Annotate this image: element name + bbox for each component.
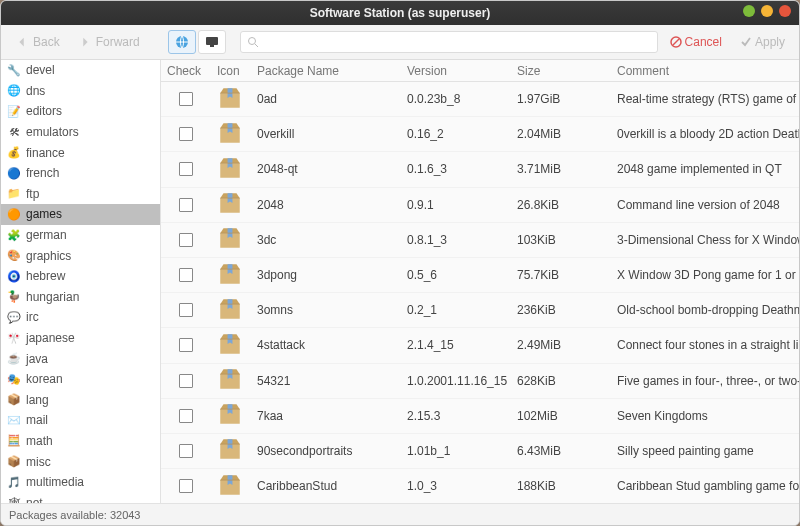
globe-icon (174, 34, 190, 50)
filter-buttons (168, 30, 226, 54)
package-icon (217, 120, 243, 146)
apply-label: Apply (755, 35, 785, 49)
sidebar-item-irc[interactable]: 💬irc (1, 307, 160, 328)
package-version: 0.1.6_3 (401, 162, 511, 176)
forward-label: Forward (96, 35, 140, 49)
cancel-icon (670, 36, 682, 48)
col-icon[interactable]: Icon (211, 64, 251, 78)
table-row[interactable]: 3dc0.8.1_3103KiB3-Dimensional Chess for … (161, 223, 799, 258)
sidebar-item-editors[interactable]: 📝editors (1, 101, 160, 122)
table-row[interactable]: 90secondportraits1.01b_16.43MiBSilly spe… (161, 434, 799, 469)
sidebar-item-games[interactable]: 🟠games (1, 204, 160, 225)
category-sidebar[interactable]: 🔧devel🌐dns📝editors🛠emulators💰finance🔵fre… (1, 60, 161, 503)
sidebar-item-misc[interactable]: 📦misc (1, 451, 160, 472)
package-icon (217, 261, 243, 287)
table-row[interactable]: 7kaa2.15.3102MiBSeven Kingdoms (161, 399, 799, 434)
sidebar-item-dns[interactable]: 🌐dns (1, 81, 160, 102)
search-input[interactable] (240, 31, 658, 53)
col-check[interactable]: Check (161, 64, 211, 78)
package-comment: 3-Dimensional Chess for X Window S (611, 233, 799, 247)
svg-rect-2 (210, 45, 214, 47)
filter-installed-button[interactable] (198, 30, 226, 54)
forward-button[interactable]: Forward (72, 32, 146, 52)
table-row[interactable]: 2048-qt0.1.6_33.71MiB2048 game implement… (161, 152, 799, 187)
package-icon (217, 225, 243, 251)
table-row[interactable]: 0ad0.0.23b_81.97GiBReal-time strategy (R… (161, 82, 799, 117)
row-checkbox[interactable] (179, 198, 193, 212)
sidebar-item-mail[interactable]: ✉️mail (1, 410, 160, 431)
cancel-button[interactable]: Cancel (664, 32, 728, 52)
row-checkbox[interactable] (179, 303, 193, 317)
category-icon: 💰 (7, 146, 21, 160)
back-button[interactable]: Back (9, 32, 66, 52)
apply-button[interactable]: Apply (734, 32, 791, 52)
row-checkbox[interactable] (179, 162, 193, 176)
col-size[interactable]: Size (511, 64, 611, 78)
table-row[interactable]: 3dpong0.5_675.7KiBX Window 3D Pong game … (161, 258, 799, 293)
package-list[interactable]: 0ad0.0.23b_81.97GiBReal-time strategy (R… (161, 82, 799, 503)
package-size: 102MiB (511, 409, 611, 423)
body: 🔧devel🌐dns📝editors🛠emulators💰finance🔵fre… (1, 60, 799, 503)
package-name: 3dpong (251, 268, 401, 282)
sidebar-item-lang[interactable]: 📦lang (1, 390, 160, 411)
col-comment[interactable]: Comment (611, 64, 799, 78)
sidebar-item-java[interactable]: ☕java (1, 348, 160, 369)
row-checkbox[interactable] (179, 479, 193, 493)
col-version[interactable]: Version (401, 64, 511, 78)
category-icon: 📝 (7, 104, 21, 118)
package-size: 2.49MiB (511, 338, 611, 352)
col-name[interactable]: Package Name (251, 64, 401, 78)
row-checkbox[interactable] (179, 268, 193, 282)
table-row[interactable]: 0verkill0.16_22.04MiB0verkill is a blood… (161, 117, 799, 152)
package-size: 236KiB (511, 303, 611, 317)
sidebar-item-korean[interactable]: 🎭korean (1, 369, 160, 390)
filter-all-button[interactable] (168, 30, 196, 54)
minimize-button[interactable] (743, 5, 755, 17)
sidebar-item-label: misc (26, 455, 51, 469)
sidebar-item-net[interactable]: 🕸net (1, 492, 160, 503)
sidebar-item-devel[interactable]: 🔧devel (1, 60, 160, 81)
sidebar-item-finance[interactable]: 💰finance (1, 142, 160, 163)
row-checkbox[interactable] (179, 444, 193, 458)
sidebar-item-german[interactable]: 🧩german (1, 225, 160, 246)
row-checkbox[interactable] (179, 374, 193, 388)
table-row[interactable]: 4stattack2.1.4_152.49MiBConnect four sto… (161, 328, 799, 363)
package-size: 103KiB (511, 233, 611, 247)
package-size: 1.97GiB (511, 92, 611, 106)
table-row[interactable]: 20480.9.126.8KiBCommand line version of … (161, 188, 799, 223)
table-row[interactable]: 3omns0.2_1236KiBOld-school bomb-dropping… (161, 293, 799, 328)
sidebar-item-hebrew[interactable]: 🧿hebrew (1, 266, 160, 287)
row-checkbox[interactable] (179, 127, 193, 141)
toolbar: Back Forward Cancel Apply (1, 25, 799, 60)
row-checkbox[interactable] (179, 338, 193, 352)
search-icon (247, 36, 259, 48)
sidebar-item-ftp[interactable]: 📁ftp (1, 184, 160, 205)
row-checkbox[interactable] (179, 409, 193, 423)
sidebar-item-label: multimedia (26, 475, 84, 489)
row-checkbox[interactable] (179, 233, 193, 247)
sidebar-item-multimedia[interactable]: 🎵multimedia (1, 472, 160, 493)
sidebar-item-label: editors (26, 104, 62, 118)
table-row[interactable]: 543211.0.2001.11.16_15628KiBFive games i… (161, 364, 799, 399)
sidebar-item-french[interactable]: 🔵french (1, 163, 160, 184)
category-icon: ☕ (7, 352, 21, 366)
category-icon: 📦 (7, 455, 21, 469)
sidebar-item-hungarian[interactable]: 🦆hungarian (1, 287, 160, 308)
package-comment: Old-school bomb-dropping Deathma (611, 303, 799, 317)
maximize-button[interactable] (761, 5, 773, 17)
titlebar: Software Station (as superuser) (1, 1, 799, 25)
package-name: 0ad (251, 92, 401, 106)
close-button[interactable] (779, 5, 791, 17)
sidebar-item-math[interactable]: 🧮math (1, 431, 160, 452)
package-icon (217, 436, 243, 462)
package-name: 7kaa (251, 409, 401, 423)
package-icon (217, 401, 243, 427)
status-bar: Packages available: 32043 (1, 503, 799, 525)
package-name: 3omns (251, 303, 401, 317)
row-checkbox[interactable] (179, 92, 193, 106)
package-version: 0.16_2 (401, 127, 511, 141)
sidebar-item-emulators[interactable]: 🛠emulators (1, 122, 160, 143)
sidebar-item-graphics[interactable]: 🎨graphics (1, 245, 160, 266)
sidebar-item-japanese[interactable]: 🎌japanese (1, 328, 160, 349)
table-row[interactable]: CaribbeanStud1.0_3188KiBCaribbean Stud g… (161, 469, 799, 503)
